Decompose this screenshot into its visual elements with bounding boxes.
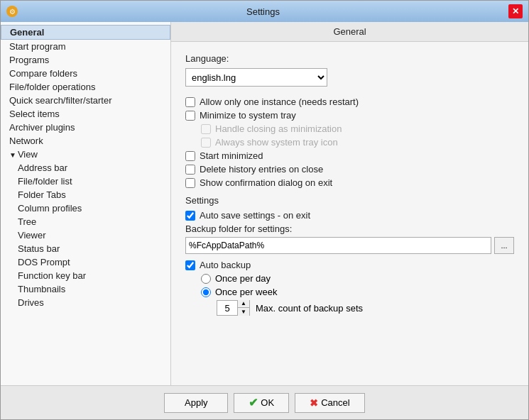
sidebar-item-select-items[interactable]: Select items: [1, 107, 170, 121]
auto-save-checkbox[interactable]: [185, 211, 195, 221]
backup-folder-input[interactable]: [185, 237, 491, 254]
spinner-down-button[interactable]: ▼: [238, 308, 249, 316]
show-confirmation-row: Show confirmation dialog on exit: [185, 177, 514, 188]
sidebar-item-tree[interactable]: Tree: [1, 215, 170, 228]
max-backup-label: Max. count of backup sets: [256, 303, 363, 314]
sidebar-item-programs[interactable]: Programs: [1, 53, 170, 67]
main-panel: General Language: english.lng Allow only…: [171, 22, 528, 385]
allow-one-instance-label: Allow only one instance (needs restart): [200, 96, 359, 107]
delete-history-label: Delete history entries on close: [200, 164, 323, 175]
spinner-up-button[interactable]: ▲: [238, 300, 249, 308]
minimize-to-tray-label: Minimize to system tray: [200, 110, 296, 121]
sidebar-item-start-program[interactable]: Start program: [1, 40, 170, 53]
settings-divider-label: Settings: [185, 195, 514, 206]
handle-closing-row: Handle closing as minimization: [185, 123, 514, 134]
max-backup-spinner: ▲ ▼: [217, 300, 250, 316]
sidebar-item-view[interactable]: ▼View: [1, 148, 170, 161]
main-header: General: [171, 22, 528, 42]
auto-backup-row: Auto backup: [185, 260, 514, 270]
collapse-icon: ▼: [9, 151, 16, 159]
handle-closing-checkbox: [201, 124, 211, 134]
sidebar-item-status-bar[interactable]: Status bar: [1, 242, 170, 255]
sidebar-item-folder-tabs[interactable]: Folder Tabs: [1, 188, 170, 201]
auto-save-label: Auto save settings - on exit: [200, 210, 310, 221]
sidebar-item-address-bar[interactable]: Address bar: [1, 161, 170, 175]
once-per-week-row: Once per week: [185, 287, 514, 297]
minimize-to-tray-row: Minimize to system tray: [185, 110, 514, 121]
delete-history-row: Delete history entries on close: [185, 164, 514, 175]
allow-one-instance-checkbox[interactable]: [185, 97, 195, 107]
language-select[interactable]: english.lng: [185, 68, 327, 87]
cancel-button[interactable]: ✖ Cancel: [295, 393, 364, 413]
sidebar-item-viewer[interactable]: Viewer: [1, 228, 170, 242]
once-per-week-radio[interactable]: [201, 287, 211, 297]
ok-button[interactable]: ✔ OK: [234, 393, 289, 413]
close-button[interactable]: ✕: [508, 4, 523, 18]
titlebar: ⚙ Settings ✕: [1, 1, 528, 22]
sidebar-item-dos-prompt[interactable]: DOS Prompt: [1, 255, 170, 269]
auto-backup-label: Auto backup: [200, 260, 251, 270]
sidebar-item-function-key-bar[interactable]: Function key bar: [1, 269, 170, 282]
window-title: Settings: [18, 6, 508, 17]
minimize-to-tray-checkbox[interactable]: [185, 111, 195, 121]
apply-button[interactable]: Apply: [164, 393, 228, 413]
ok-label: OK: [261, 397, 274, 408]
max-backup-input[interactable]: [217, 303, 237, 314]
main-content: Language: english.lng Allow only one ins…: [171, 42, 528, 385]
browse-button[interactable]: ...: [494, 237, 514, 254]
sidebar-item-compare-folders[interactable]: Compare folders: [1, 67, 170, 80]
content-area: General Start program Programs Compare f…: [1, 22, 528, 385]
sidebar-item-file-folder-list[interactable]: File/folder list: [1, 175, 170, 188]
delete-history-checkbox[interactable]: [185, 165, 195, 175]
language-label: Language:: [185, 53, 514, 64]
check-icon: ✔: [249, 396, 258, 409]
spinner-arrows: ▲ ▼: [237, 300, 249, 316]
sidebar-item-network[interactable]: Network: [1, 134, 170, 148]
sidebar-item-archiver-plugins[interactable]: Archiver plugins: [1, 121, 170, 134]
sidebar-item-quick-search[interactable]: Quick search/filter/starter: [1, 94, 170, 107]
max-backup-row: ▲ ▼ Max. count of backup sets: [185, 300, 514, 316]
always-show-tray-label: Always show system tray icon: [215, 137, 338, 148]
sidebar-item-thumbnails[interactable]: Thumbnails: [1, 282, 170, 296]
settings-window: ⚙ Settings ✕ General Start program Progr…: [0, 0, 529, 420]
show-confirmation-label: Show confirmation dialog on exit: [200, 177, 332, 188]
sidebar-item-file-folder-ops[interactable]: File/folder operations: [1, 80, 170, 94]
sidebar-item-column-profiles[interactable]: Column profiles: [1, 201, 170, 215]
sidebar-item-drives[interactable]: Drives: [1, 296, 170, 309]
sidebar: General Start program Programs Compare f…: [1, 22, 171, 385]
once-per-day-label: Once per day: [215, 273, 271, 284]
app-icon: ⚙: [6, 6, 18, 17]
sidebar-item-general[interactable]: General: [1, 25, 170, 40]
handle-closing-label: Handle closing as minimization: [215, 123, 342, 134]
start-minimized-checkbox[interactable]: [185, 151, 195, 161]
once-per-day-radio[interactable]: [201, 274, 211, 284]
start-minimized-row: Start minimized: [185, 150, 514, 161]
footer: Apply ✔ OK ✖ Cancel: [1, 385, 528, 419]
cancel-label: Cancel: [321, 397, 349, 408]
allow-one-instance-row: Allow only one instance (needs restart): [185, 96, 514, 107]
language-section: Language: english.lng: [185, 53, 514, 87]
always-show-tray-row: Always show system tray icon: [185, 137, 514, 148]
auto-save-row: Auto save settings - on exit: [185, 210, 514, 221]
auto-backup-checkbox[interactable]: [185, 260, 195, 270]
backup-folder-row: ...: [185, 237, 514, 254]
once-per-day-row: Once per day: [185, 273, 514, 284]
once-per-week-label: Once per week: [215, 287, 277, 297]
backup-folder-label: Backup folder for settings:: [185, 223, 514, 234]
start-minimized-label: Start minimized: [200, 150, 263, 161]
always-show-tray-checkbox: [201, 138, 211, 148]
show-confirmation-checkbox[interactable]: [185, 178, 195, 188]
x-icon: ✖: [310, 397, 318, 409]
